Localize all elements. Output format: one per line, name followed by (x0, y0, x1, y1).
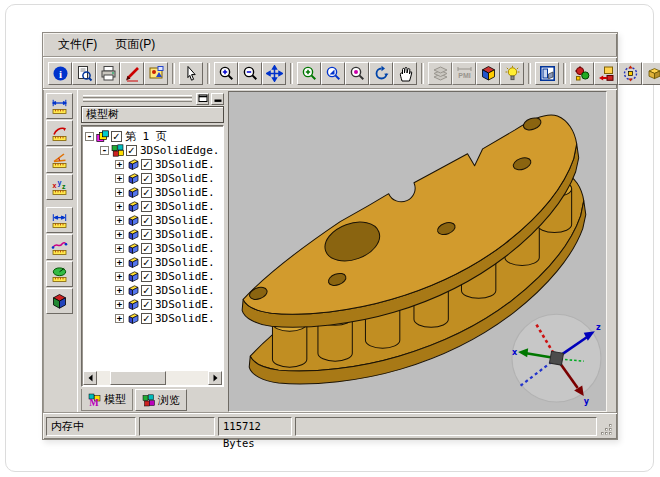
tab-model-label: 模型 (104, 392, 126, 407)
measure-curve-button[interactable] (46, 234, 73, 260)
layers-button[interactable] (428, 62, 452, 85)
measure-area-button[interactable] (46, 261, 73, 287)
parts-list-button[interactable] (642, 62, 660, 85)
rotate-part-button[interactable] (618, 62, 642, 85)
panel-grip[interactable] (81, 92, 224, 105)
zoom-out-button[interactable] (238, 62, 262, 85)
measure-length-button[interactable] (46, 93, 73, 119)
menu-page[interactable]: 页面(P) (106, 34, 164, 55)
select-arrow-icon (183, 65, 200, 82)
tree-item-checkbox[interactable]: ✓ (141, 173, 152, 184)
tree-item-checkbox[interactable]: ✓ (141, 285, 152, 296)
zoom-dynamic-button[interactable] (321, 62, 345, 85)
tree-expand-toggle[interactable]: + (115, 216, 124, 225)
tree-item-checkbox[interactable]: ✓ (141, 271, 152, 282)
tree-item[interactable]: +✓3DSolidE. (82, 241, 223, 255)
tree-item[interactable]: +✓3DSolidE. (82, 255, 223, 269)
panel-float-button[interactable] (196, 93, 209, 105)
tree-item-checkbox[interactable]: ✓ (141, 257, 152, 268)
zoom-window-button[interactable] (297, 62, 321, 85)
tree-item-checkbox[interactable]: ✓ (141, 243, 152, 254)
tree-item-checkbox[interactable]: ✓ (126, 145, 137, 156)
scroll-left-button[interactable] (83, 371, 97, 385)
tree-item[interactable]: -✓3DSolidEdge. (82, 143, 223, 157)
tab-model[interactable]: M 模型 (81, 389, 133, 411)
tree-item[interactable]: +✓3DSolidE. (82, 269, 223, 283)
tree-expand-toggle[interactable]: + (115, 272, 124, 281)
tree-expand-toggle[interactable]: + (115, 244, 124, 253)
tree-item[interactable]: +✓3DSolidE. (82, 185, 223, 199)
tree-item[interactable]: +✓3DSolidE. (82, 227, 223, 241)
panel-grip-lines[interactable] (81, 94, 194, 103)
measure-distance-button[interactable] (46, 207, 73, 233)
orientation-gizmo[interactable]: x z y (512, 314, 601, 406)
measure-angle-icon (51, 152, 68, 169)
print-preview-button[interactable] (72, 62, 96, 85)
select-button[interactable] (179, 62, 203, 85)
panel-hide-button[interactable] (211, 93, 224, 105)
tree-item-label: 3DSolidE. (155, 157, 215, 171)
tree-expand-toggle[interactable]: + (115, 258, 124, 267)
print-button[interactable] (96, 62, 120, 85)
tree-item-checkbox[interactable]: ✓ (141, 229, 152, 240)
explode-button[interactable] (570, 62, 594, 85)
pan-hand-button[interactable] (393, 62, 417, 85)
tree-item[interactable]: +✓3DSolidE. (82, 283, 223, 297)
tree-expand-toggle[interactable]: + (115, 300, 124, 309)
tree-item-label: 3DSolidE. (155, 227, 215, 241)
tree-expand-toggle[interactable]: + (115, 174, 124, 183)
viewport-canvas[interactable]: x z y (229, 92, 606, 411)
tree-expand-toggle[interactable]: + (115, 160, 124, 169)
tree-item-label: 3DSolidEdge. (140, 143, 219, 157)
zoom-target-button[interactable] (345, 62, 369, 85)
gizmo-x-label: x (512, 348, 518, 357)
tree-expand-toggle[interactable]: - (100, 146, 109, 155)
tree-item[interactable]: +✓3DSolidE. (82, 297, 223, 311)
tree-item[interactable]: +✓3DSolidE. (82, 199, 223, 213)
tree-item-checkbox[interactable]: ✓ (141, 215, 152, 226)
3d-viewport[interactable]: x z y (228, 91, 607, 412)
menu-file[interactable]: 文件(F) (49, 34, 106, 55)
tree-item[interactable]: +✓3DSolidE. (82, 311, 223, 325)
info-button[interactable]: i (48, 62, 72, 85)
tree-expand-toggle[interactable]: + (115, 286, 124, 295)
tree-expand-toggle[interactable]: + (115, 230, 124, 239)
pan-button[interactable] (262, 62, 286, 85)
panel-toggle-button[interactable] (535, 62, 559, 85)
tree-expand-toggle[interactable]: - (85, 132, 94, 141)
move-part-button[interactable] (594, 62, 618, 85)
tree-expand-toggle[interactable]: + (115, 314, 124, 323)
tree-item-checkbox[interactable]: ✓ (141, 313, 152, 324)
panel-toggle-icon (539, 65, 556, 82)
lighting-button[interactable] (500, 62, 524, 85)
tree-item[interactable]: +✓3DSolidE. (82, 213, 223, 227)
tree-item[interactable]: +✓3DSolidE. (82, 157, 223, 171)
zoom-in-icon (218, 65, 235, 82)
measure-angle-button[interactable] (46, 147, 73, 173)
display-mode-button[interactable] (476, 62, 500, 85)
tree-item-checkbox[interactable]: ✓ (111, 131, 122, 142)
tree-horizontal-scrollbar[interactable] (83, 371, 222, 385)
measure-coordinate-button[interactable]: xyz (46, 174, 73, 200)
tree-item-checkbox[interactable]: ✓ (141, 299, 152, 310)
tab-browse[interactable]: 浏览 (135, 389, 187, 411)
tree-item-checkbox[interactable]: ✓ (141, 187, 152, 198)
tree-item[interactable]: +✓3DSolidE. (82, 171, 223, 185)
tree-item-checkbox[interactable]: ✓ (141, 201, 152, 212)
export-image-button[interactable] (144, 62, 168, 85)
tree-expand-toggle[interactable]: + (115, 188, 124, 197)
tree-item[interactable]: -✓第 1 页 (82, 129, 223, 143)
measure-radius-button[interactable] (46, 120, 73, 146)
status-field-4 (295, 417, 597, 436)
zoom-in-button[interactable] (214, 62, 238, 85)
tree-item-checkbox[interactable]: ✓ (141, 159, 152, 170)
annotate-button[interactable] (120, 62, 144, 85)
pmi-button[interactable]: PMI (452, 62, 476, 85)
measure-volume-button[interactable] (46, 288, 73, 314)
tree-expand-toggle[interactable]: + (115, 202, 124, 211)
rotate-view-button[interactable] (369, 62, 393, 85)
measure-toolbar: xyz (43, 90, 78, 413)
scrollbar-thumb[interactable] (110, 371, 166, 385)
scroll-right-button[interactable] (208, 371, 222, 385)
resize-grip-icon[interactable] (600, 423, 614, 437)
